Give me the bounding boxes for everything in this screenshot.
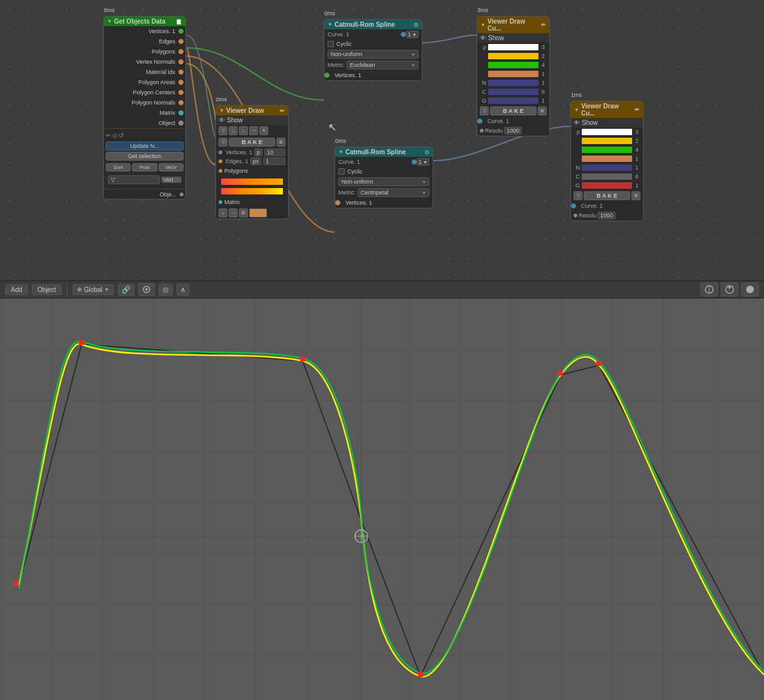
catmull2-vertices-socket-in[interactable] [335, 200, 340, 205]
socket-material-out[interactable] [178, 69, 184, 75]
socket-vertices-out[interactable] [178, 29, 184, 34]
socket-edges-out[interactable] [178, 39, 184, 44]
socket-polyareas-out[interactable] [178, 80, 184, 85]
vd-b-icon-3[interactable]: ⊞ [239, 208, 248, 217]
strip-swatch-2 [221, 188, 283, 194]
catmull2-curve-row: Curve. 1 1▼ [335, 157, 433, 167]
vd-extra-icon[interactable]: ⊞ [277, 138, 285, 147]
proportional-btn[interactable]: ◎ [159, 284, 173, 296]
vc2-resolu-socket[interactable] [573, 214, 577, 217]
control-point-2[interactable] [79, 340, 84, 345]
catmull1-curve-socket[interactable] [401, 32, 406, 37]
socket-object-out[interactable] [178, 120, 184, 126]
control-point-3[interactable] [300, 356, 305, 361]
vd-polygons-socket[interactable] [219, 169, 222, 173]
link-btn[interactable]: 🔗 [118, 284, 134, 296]
vc1-collapse[interactable]: ▼ [480, 22, 486, 28]
viewer-curve-node-1: 3ms ▼ Viewer Draw Cu... ✏ 👁 Show p 3 2 [477, 16, 550, 136]
catmull1-header: ▼ Catmull-Rom Spline ⊙ [324, 20, 422, 29]
vd-edges-field: Edges. 1 px 1 [216, 157, 288, 166]
vc2-eye-icon[interactable]: 👁 [573, 119, 580, 126]
vc1-eye-icon[interactable]: 👁 [480, 34, 486, 41]
vd-b-icon-2[interactable]: ⋯ [229, 208, 238, 217]
vd-matrix-socket[interactable] [219, 200, 222, 204]
vc1-curve-socket[interactable] [477, 119, 482, 124]
control-point-4[interactable] [418, 672, 423, 677]
vd-icon-1[interactable]: ▽ [219, 126, 227, 135]
get-selection-button[interactable]: Get selection [106, 152, 184, 161]
catmull1-curve-val[interactable]: 1▼ [406, 31, 419, 38]
vd-edges-socket[interactable] [219, 159, 222, 163]
socket-vnormals-out[interactable] [178, 59, 184, 64]
snap-btn[interactable] [138, 283, 155, 296]
catmull2-collapse[interactable]: ▼ [338, 149, 343, 155]
vd-icon-3[interactable]: ○ [239, 126, 248, 135]
post-button[interactable]: Post [132, 163, 157, 171]
vegr-button[interactable]: VeGr [159, 163, 184, 171]
node-copy-icon[interactable]: ⊙ [112, 132, 117, 139]
vd-bake-icon[interactable]: ▽ [219, 138, 227, 147]
vc2-bake-icon[interactable]: ▽ [573, 191, 582, 200]
catmull2-vertices-row: Vertices. 1 [335, 198, 433, 208]
falloff-btn[interactable]: ∧ [177, 284, 189, 296]
vc1-bake-icon[interactable]: ▽ [480, 106, 489, 115]
filter-dropdown[interactable]: ▽ [108, 175, 160, 184]
control-point-5[interactable] [558, 370, 563, 376]
vd-icon-4[interactable]: ⋯ [249, 126, 258, 135]
global-dropdown[interactable]: ⊕ Global ▼ [73, 284, 114, 295]
vd-b-icon-4[interactable] [249, 208, 267, 217]
catmull1-collapse[interactable]: ▼ [328, 22, 333, 27]
viewport-shading-btn[interactable] [741, 282, 759, 296]
catmull1-vertices-socket-in[interactable] [324, 73, 329, 78]
catmull1-paramtype-dropdown[interactable]: Non-uniform ▼ [328, 50, 419, 59]
node-refresh-icon[interactable]: ↺ [119, 132, 124, 139]
socket-polygons-out[interactable] [178, 49, 184, 54]
add-button[interactable]: Add [5, 284, 28, 295]
socket-polycenters-out[interactable] [178, 90, 184, 95]
control-point-1[interactable] [13, 581, 18, 586]
catmull2-curve-val[interactable]: 1▼ [417, 158, 429, 166]
catmull2-paramtype-dropdown[interactable]: Non-uniform ▼ [338, 177, 429, 186]
vc1-bake-button[interactable]: B A K E [490, 106, 537, 115]
vc2-extra-icon[interactable]: ⊞ [631, 191, 640, 200]
catmull2-curve-socket[interactable] [412, 159, 417, 164]
socket-matrix-out[interactable] [178, 110, 184, 115]
socket-polynormals-out[interactable] [178, 100, 184, 105]
vc2-bake-button[interactable]: B A K E [584, 191, 630, 200]
vd-vertices-value[interactable]: 10 [264, 149, 285, 156]
catmull2-cyclic-check[interactable] [338, 168, 345, 175]
control-point-6[interactable] [596, 361, 602, 366]
vc2-curve-socket[interactable] [571, 203, 576, 208]
collapse-arrow[interactable]: ▼ [107, 18, 112, 24]
node-edit-icon[interactable]: ✏ [106, 132, 111, 139]
vd-icon-row: ▽ □ ○ ⋯ ✕ [216, 125, 288, 136]
gizmo-btn[interactable] [721, 282, 739, 296]
sort-button[interactable]: Sort [106, 163, 131, 171]
vc1-resolu-value[interactable]: 1000 [504, 127, 522, 135]
catmull1-vertices-row: Vertices. 1 [324, 70, 422, 80]
object-button[interactable]: Object [32, 284, 62, 295]
vd-icon-2[interactable]: □ [229, 126, 238, 135]
catmull1-metric-dropdown[interactable]: Euclidean ▼ [347, 61, 419, 69]
vd-b-icon-1[interactable]: ○ [219, 208, 227, 217]
viewport-3d[interactable] [0, 298, 764, 700]
catmull2-metric-dropdown[interactable]: Centripetal ▼ [357, 188, 429, 197]
eye-icon[interactable]: 👁 [219, 117, 225, 124]
overlay-btn[interactable] [700, 282, 718, 296]
vd-vertices-socket[interactable] [219, 150, 222, 154]
vc1-resolu-socket[interactable] [480, 129, 484, 133]
vd-icon-5[interactable]: ✕ [259, 126, 268, 135]
vc2-resolu-value[interactable]: 1000 [598, 212, 616, 219]
vd-bake-button[interactable]: B A K E [229, 138, 275, 147]
vc1-extra-icon[interactable]: ⊞ [538, 106, 547, 115]
vd-edges-value[interactable]: 1 [263, 157, 285, 165]
filter-remove-icon[interactable]: ✕ [175, 177, 180, 183]
toolbar-sep-1 [67, 284, 68, 295]
update-button[interactable]: Update N... [106, 142, 184, 150]
catmull1-cyclic-check[interactable] [328, 41, 334, 47]
filter-tag-vert[interactable]: Vert ✕ [161, 177, 182, 183]
vc1-swatch-4 [488, 80, 538, 86]
socket-obj-bottom-out[interactable] [180, 193, 184, 196]
vd-collapse[interactable]: ▼ [219, 108, 224, 113]
vc2-collapse[interactable]: ▼ [574, 107, 579, 113]
